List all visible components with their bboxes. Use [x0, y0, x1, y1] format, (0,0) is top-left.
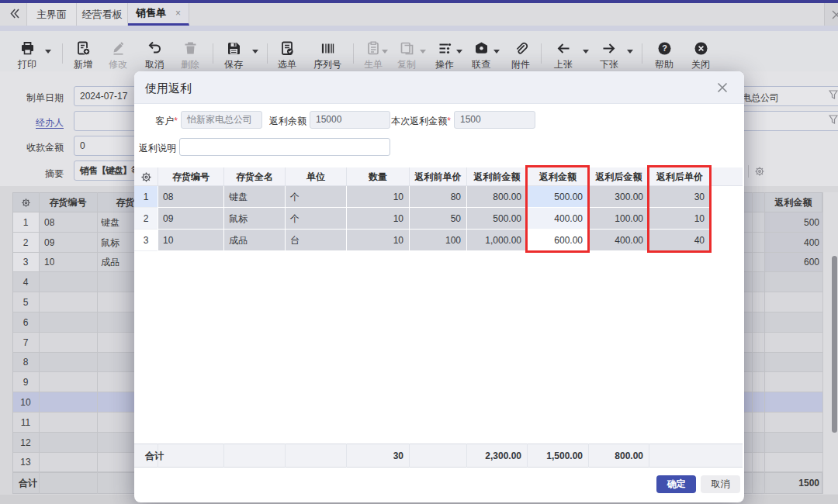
svg-text:?: ?: [662, 43, 667, 53]
